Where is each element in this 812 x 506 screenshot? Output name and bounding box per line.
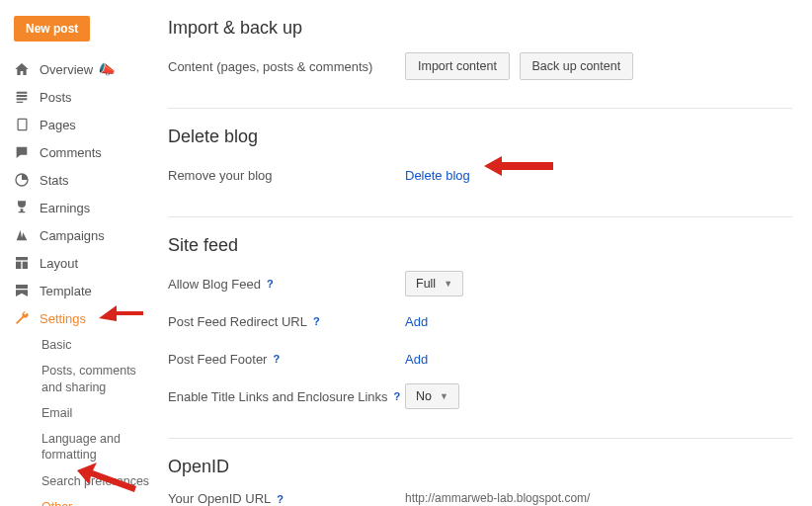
section-delete-blog: Delete blog Remove your blog Delete blog [168,126,792,217]
redirect-add-link[interactable]: Add [405,314,428,329]
delete-blog-link[interactable]: Delete blog [405,168,470,183]
nav-label: Earnings [40,201,90,215]
trophy-icon [12,199,32,216]
sub-search-pref[interactable]: Search preferences [38,468,158,494]
sidebar-item-campaigns[interactable]: Campaigns [8,221,158,249]
nav-label: Comments [40,145,102,160]
help-icon[interactable]: ? [277,493,284,505]
enclosure-label: Enable Title Links and Enclosure Links [168,389,388,404]
footer-add-link[interactable]: Add [405,352,428,367]
wrench-icon [12,309,32,327]
pages-icon [12,116,32,133]
svg-rect-3 [23,262,28,269]
comments-icon [12,143,32,161]
openid-label: Your OpenID URL [168,491,271,506]
template-icon [12,282,32,299]
sub-language[interactable]: Language and formatting [38,426,158,468]
import-content-button[interactable]: Import content [405,52,510,80]
sub-other[interactable]: Other [38,494,158,506]
sidebar-item-posts[interactable]: Posts [8,83,158,111]
sub-posts-comments[interactable]: Posts, comments and sharing [38,358,158,400]
help-icon[interactable]: ? [313,315,320,327]
sidebar-item-overview[interactable]: Overview 📣 [8,55,158,83]
chevron-down-icon: ▼ [440,391,448,401]
help-icon[interactable]: ? [273,353,280,365]
posts-icon [12,88,32,106]
allow-feed-label: Allow Blog Feed [168,277,261,292]
sidebar-item-layout[interactable]: Layout [8,249,158,277]
sidebar-item-settings[interactable]: Settings [8,304,158,332]
nav-list: Overview 📣 Posts Pages Comments S [8,55,158,332]
campaigns-icon [12,226,32,244]
stats-icon [12,171,32,189]
help-icon[interactable]: ? [394,390,401,402]
svg-rect-0 [18,119,27,129]
footer-label: Post Feed Footer [168,352,267,367]
chevron-down-icon: ▼ [444,279,452,289]
home-icon [12,60,32,78]
sidebar-item-earnings[interactable]: Earnings [8,194,158,221]
help-icon[interactable]: ? [267,278,274,290]
dropdown-value: No [416,389,432,403]
sub-email[interactable]: Email [38,400,158,426]
nav-label: Settings [40,311,86,326]
sidebar-item-stats[interactable]: Stats [8,166,158,194]
nav-label: Pages [40,118,76,132]
openid-url: http://ammarweb-lab.blogspot.com/ [405,491,792,505]
nav-label: Posts [40,90,72,105]
main-content: Import & back up Content (pages, posts &… [168,0,812,506]
allow-feed-dropdown[interactable]: Full ▼ [405,271,463,296]
svg-rect-2 [16,262,21,269]
sidebar-item-comments[interactable]: Comments [8,138,158,166]
dropdown-value: Full [416,277,436,291]
new-post-button[interactable]: New post [14,16,90,42]
settings-sublist: Basic Posts, comments and sharing Email … [8,332,158,506]
megaphone-icon: 📣 [99,61,116,77]
section-site-feed: Site feed Allow Blog Feed ? Full ▼ Post … [168,235,792,439]
redirect-label: Post Feed Redirect URL [168,314,307,329]
layout-icon [12,254,32,272]
backup-content-button[interactable]: Back up content [520,52,634,80]
sub-basic[interactable]: Basic [38,332,158,358]
sidebar-item-template[interactable]: Template [8,277,158,304]
nav-label: Layout [40,256,78,271]
svg-rect-1 [16,257,28,260]
sidebar-item-pages[interactable]: Pages [8,111,158,138]
sidebar: New post Overview 📣 Posts Pages Com [0,0,158,506]
section-import-backup: Import & back up Content (pages, posts &… [168,18,792,109]
enclosure-dropdown[interactable]: No ▼ [405,383,459,409]
delete-desc: Remove your blog [168,168,405,183]
nav-label: Template [40,284,92,298]
section-title: Import & back up [168,18,792,39]
import-desc: Content (pages, posts & comments) [168,59,405,74]
section-title: Delete blog [168,126,792,147]
section-title: OpenID [168,457,792,477]
nav-label: Stats [40,173,69,188]
section-openid: OpenID Your OpenID URL ? http://ammarweb… [168,457,792,506]
section-title: Site feed [168,235,792,256]
nav-label: Campaigns [40,228,105,243]
nav-label: Overview [40,62,93,77]
